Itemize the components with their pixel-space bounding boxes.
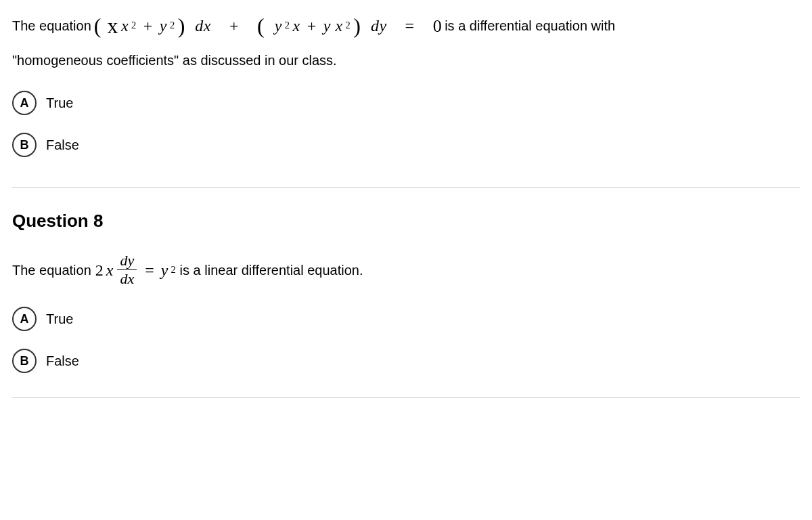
- bottom-divider: [12, 397, 800, 398]
- q7-equation: ( xx2 + y2) dx + ( y2 x + y x2) dy = 0: [94, 9, 442, 42]
- question-7-block: The equation ( xx2 + y2) dx + ( y2 x + y…: [12, 9, 800, 161]
- option-letter-a: A: [12, 91, 37, 115]
- option-b-false[interactable]: B False: [12, 345, 800, 377]
- question-8-block: Question 8 The equation 2x dy dx = y2 is…: [12, 208, 800, 377]
- q8-text-before: The equation: [12, 260, 91, 280]
- q7-text-before: The equation: [12, 16, 91, 36]
- option-b-false[interactable]: B False: [12, 129, 800, 161]
- option-letter-b: B: [12, 349, 37, 373]
- option-label-true: True: [46, 309, 73, 329]
- q8-equation: 2x dy dx = y2: [95, 253, 176, 286]
- q7-text-after2: "homogeneous coefficients" as discussed …: [12, 50, 800, 70]
- question-8-text: The equation 2x dy dx = y2 is a linear d…: [12, 253, 800, 286]
- q8-text-after: is a linear differential equation.: [180, 260, 363, 280]
- option-label-true: True: [46, 93, 73, 113]
- question-8-heading: Question 8: [12, 208, 800, 234]
- option-a-true[interactable]: A True: [12, 303, 800, 335]
- fraction-dy-dx: dy dx: [117, 253, 137, 286]
- q7-text-after1: is a differential equation with: [445, 16, 615, 36]
- question-divider: [12, 187, 800, 188]
- option-letter-a: A: [12, 307, 37, 331]
- option-label-false: False: [46, 135, 79, 155]
- option-letter-b: B: [12, 133, 37, 157]
- question-7-text: The equation ( xx2 + y2) dx + ( y2 x + y…: [12, 9, 800, 70]
- q7-options: A True B False: [12, 87, 800, 161]
- option-a-true[interactable]: A True: [12, 87, 800, 119]
- q8-options: A True B False: [12, 303, 800, 377]
- option-label-false: False: [46, 351, 79, 371]
